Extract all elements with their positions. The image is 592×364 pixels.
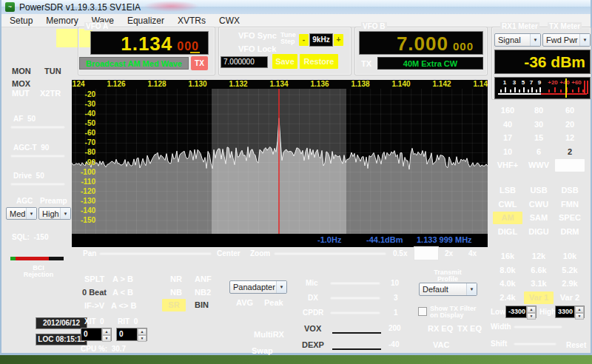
filter-8.0k-button[interactable]: 8.0k [493, 264, 522, 277]
drive-slider[interactable] [10, 183, 65, 186]
agc-select[interactable]: Med ▼ [6, 207, 37, 220]
mode-drm-button[interactable]: DRM [555, 226, 585, 238]
signal-level-bar[interactable] [10, 257, 64, 260]
filter-12k-button[interactable]: 12k [524, 250, 554, 263]
filter-4.0k-button[interactable]: 4.0k [493, 277, 522, 290]
filter-var-2-button[interactable]: Var 2 [555, 291, 585, 304]
spinner-arrows-icon[interactable]: ▲▼ [574, 306, 584, 317]
vfo-a-tx-indicator[interactable]: TX [191, 56, 208, 70]
display-mode-select[interactable]: Panadapter ▼ [229, 280, 287, 294]
band-20-button[interactable]: 20 [555, 118, 585, 131]
restore-button[interactable]: Restore [300, 54, 338, 69]
vac-button[interactable]: VAC [433, 340, 449, 349]
dx-button[interactable]: DX [308, 294, 318, 302]
filter-reset-button[interactable]: Reset [566, 341, 586, 349]
x2tr-button[interactable]: X2TR [40, 89, 61, 98]
band-10-button[interactable]: 10 [493, 146, 522, 158]
tun-button[interactable]: TUN [44, 67, 61, 75]
panadapter-display[interactable]: 1.1241.1261.1281.1301.1321.1341.1361.138… [72, 80, 488, 247]
rx-meter-select[interactable]: Signal ▼ [494, 33, 541, 47]
spinner-arrows-icon[interactable]: ▲▼ [101, 328, 111, 340]
anf-button[interactable]: ANF [195, 274, 212, 283]
band-160-button[interactable]: 160 [493, 104, 522, 117]
rit-spinner[interactable]: 0 ▲▼ [116, 328, 147, 341]
mox-button[interactable]: MOX [12, 79, 30, 88]
dexp-slider[interactable] [332, 348, 381, 350]
peak-button[interactable]: Peak [264, 298, 283, 307]
spinner-arrows-icon[interactable]: ▲▼ [137, 328, 147, 340]
vox-slider[interactable] [332, 332, 381, 334]
spinner-arrows-icon[interactable]: ▲▼ [526, 306, 536, 317]
filter-var-1-button[interactable]: Var 1 [524, 291, 554, 304]
mute-button[interactable]: MUT [12, 89, 30, 98]
menu-equalizer[interactable]: Equalizer [121, 16, 171, 26]
dx-slider[interactable] [330, 297, 380, 300]
nb-button[interactable]: NB [170, 288, 182, 297]
vox-button[interactable]: VOX [304, 324, 321, 333]
filter-6.6k-button[interactable]: 6.6k [524, 264, 554, 277]
mode-spec-button[interactable]: SPEC [555, 212, 585, 224]
cpdr-button[interactable]: CPDR [303, 309, 323, 317]
band-vhf+-button[interactable]: VHF+ [493, 159, 522, 172]
band-60-button[interactable]: 60 [555, 104, 585, 117]
menu-memory[interactable]: Memory [39, 16, 84, 26]
transmit-profile-select[interactable]: Default ▼ [419, 283, 477, 296]
band-80-button[interactable]: 80 [524, 104, 554, 117]
filter-10k-button[interactable]: 10k [555, 250, 585, 263]
preamp-select[interactable]: High ▼ [38, 207, 71, 220]
zoom-1x-button[interactable] [414, 246, 439, 260]
split-button[interactable]: SPLT [84, 274, 104, 283]
tune-step-up-button[interactable]: + [334, 34, 343, 46]
band-15-button[interactable]: 15 [524, 132, 554, 144]
b-to-a-button[interactable]: A < B [112, 288, 133, 297]
band-12-button[interactable]: 12 [555, 132, 585, 144]
dexp-button[interactable]: DEXP [302, 340, 324, 349]
tune-step-down-button[interactable]: - [299, 34, 309, 46]
filter-5.2k-button[interactable]: 5.2k [555, 264, 585, 277]
zoom-4x-button[interactable]: 4x [468, 249, 477, 257]
filter-2.9k-button[interactable]: 2.9k [555, 277, 585, 290]
avg-button[interactable]: AVG [236, 298, 253, 307]
zoom-05x-button[interactable]: 0.5x [393, 249, 407, 257]
mode-fmn-button[interactable]: FMN [555, 198, 585, 211]
save-button[interactable]: Save [272, 54, 297, 69]
mode-usb-button[interactable]: USB [524, 184, 554, 197]
mode-digu-button[interactable]: DIGU [524, 226, 554, 238]
nr-button[interactable]: NR [170, 274, 182, 283]
spectrum-plot[interactable] [72, 89, 488, 234]
filter-16k-button[interactable]: 16k [493, 250, 522, 263]
mode-lsb-button[interactable]: LSB [493, 184, 522, 197]
band-2-button[interactable]: 2 [555, 146, 585, 158]
filter-width-slider[interactable] [514, 326, 562, 328]
filter-2.4k-button[interactable]: 2.4k [493, 291, 522, 304]
center-button[interactable]: Center [217, 249, 240, 257]
nb2-button[interactable]: NB2 [195, 288, 211, 297]
a-swap-b-button[interactable]: A <> B [111, 301, 136, 310]
filter-3.1k-button[interactable]: 3.1k [524, 277, 554, 290]
menu-setup[interactable]: Setup [3, 16, 39, 26]
filter-low-spinner[interactable]: -3300 ▲▼ [505, 306, 536, 318]
vfo-lock-button[interactable]: VFO Lock [238, 44, 276, 53]
band-17-button[interactable]: 17 [493, 132, 522, 144]
menu-xvtrs[interactable]: XVTRs [171, 16, 212, 26]
menu-cwx[interactable]: CWX [212, 16, 246, 26]
xit-spinner[interactable]: 0 ▲▼ [81, 328, 112, 341]
tx-eq-button[interactable]: TX EQ [457, 324, 482, 333]
vfo-sync-button[interactable]: VFO Sync [238, 31, 277, 40]
pan-slider[interactable] [99, 252, 212, 255]
multirx-button[interactable]: MultiRX [254, 330, 284, 339]
show-tx-filter-checkbox[interactable] [418, 307, 427, 316]
filter-high-spinner[interactable]: 3300 ▲▼ [555, 306, 585, 318]
af-gain-slider[interactable] [10, 126, 65, 129]
zoom-slider[interactable] [274, 252, 386, 255]
bin-button[interactable]: BIN [195, 300, 209, 309]
if-to-vfo-button[interactable]: IF->V [84, 301, 104, 310]
mode-dsb-button[interactable]: DSB [555, 184, 585, 197]
swap-button[interactable]: Swap [252, 346, 273, 355]
rx-eq-button[interactable]: RX EQ [428, 324, 453, 333]
mode-cwl-button[interactable]: CWL [493, 198, 522, 211]
mode-cwu-button[interactable]: CWU [524, 198, 554, 211]
mode-digl-button[interactable]: DIGL [493, 226, 522, 238]
cpdr-slider[interactable] [330, 311, 380, 314]
sr-button[interactable]: SR [162, 299, 186, 311]
